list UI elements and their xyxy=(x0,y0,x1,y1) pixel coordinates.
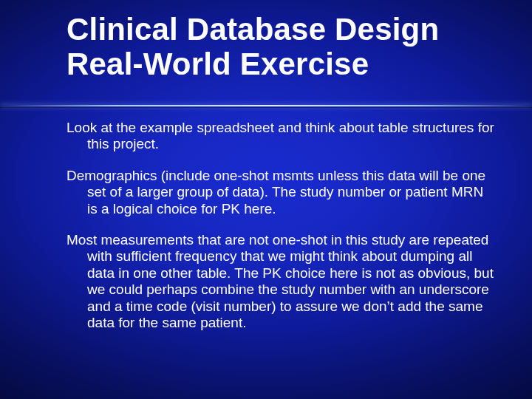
slide-title: Clinical Database Design Real-World Exer… xyxy=(66,12,502,81)
title-line-1: Clinical Database Design xyxy=(66,12,439,47)
body-paragraph-1: Look at the example spreadsheet and thin… xyxy=(66,120,495,153)
title-line-2: Real-World Exercise xyxy=(66,47,369,81)
title-divider xyxy=(0,105,532,109)
slide: Clinical Database Design Real-World Exer… xyxy=(0,0,532,399)
body-paragraph-3: Most measurements that are not one-shot … xyxy=(66,232,495,331)
body-paragraph-2: Demographics (include one-shot msmts unl… xyxy=(66,168,495,217)
divider-shadow xyxy=(0,107,532,108)
slide-body: Look at the example spreadsheet and thin… xyxy=(66,120,495,331)
divider-line xyxy=(0,105,532,106)
